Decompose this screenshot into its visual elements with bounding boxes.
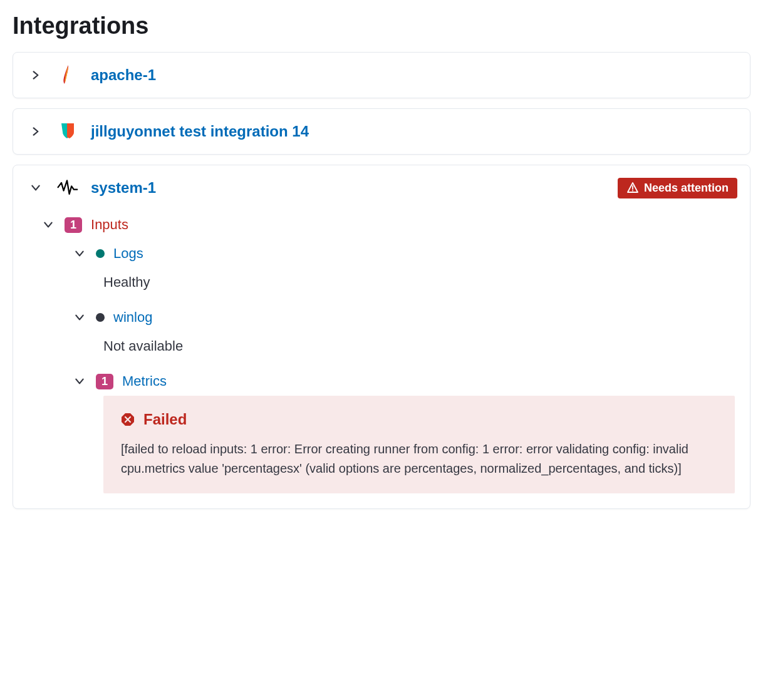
- integration-toggle[interactable]: system-1: [13, 165, 171, 210]
- input-name[interactable]: Logs: [113, 245, 143, 262]
- integration-name[interactable]: apache-1: [91, 66, 156, 84]
- chevron-right-icon[interactable]: [28, 68, 43, 83]
- integration-name[interactable]: jillguyonnet test integration 14: [91, 123, 309, 140]
- input-toggle-metrics[interactable]: 1 Metrics: [72, 367, 735, 396]
- error-title: Failed: [143, 411, 187, 428]
- needs-attention-badge: Needs attention: [618, 178, 737, 198]
- integration-card: apache-1: [13, 52, 750, 98]
- chevron-right-icon[interactable]: [28, 124, 43, 139]
- input-status-text: Healthy: [103, 268, 735, 303]
- input-name[interactable]: winlog: [113, 309, 152, 326]
- chevron-down-icon[interactable]: [72, 310, 87, 325]
- integration-header: system-1 Needs attention: [13, 165, 750, 210]
- integration-header[interactable]: apache-1: [13, 53, 750, 98]
- integration-card: jillguyonnet test integration 14: [13, 108, 750, 155]
- error-count-badge: 1: [65, 217, 82, 233]
- svg-point-1: [632, 190, 633, 192]
- status-dot-healthy-icon: [96, 249, 105, 258]
- error-panel: Failed [failed to reload inputs: 1 error…: [103, 396, 735, 493]
- integration-name[interactable]: system-1: [91, 179, 156, 197]
- integration-card: system-1 Needs attention 1 Inputs: [13, 165, 750, 509]
- status-dot-unavailable-icon: [96, 313, 105, 322]
- warning-icon: [626, 182, 639, 194]
- system-icon: [56, 177, 78, 199]
- chevron-down-icon[interactable]: [72, 246, 87, 261]
- page-title: Integrations: [13, 13, 750, 39]
- needs-attention-label: Needs attention: [644, 182, 729, 195]
- chevron-down-icon[interactable]: [28, 180, 43, 195]
- input-toggle-winlog[interactable]: winlog: [72, 303, 735, 332]
- chevron-down-icon[interactable]: [41, 217, 56, 232]
- chevron-down-icon[interactable]: [72, 374, 87, 389]
- apache-icon: [56, 64, 78, 86]
- input-toggle-logs[interactable]: Logs: [72, 239, 735, 268]
- input-status-text: Not available: [103, 332, 735, 367]
- error-message: [failed to reload inputs: 1 error: Error…: [121, 440, 717, 478]
- error-icon: [121, 413, 135, 426]
- inputs-label: Inputs: [91, 217, 128, 233]
- integration-header[interactable]: jillguyonnet test integration 14: [13, 109, 750, 154]
- inputs-toggle[interactable]: 1 Inputs: [41, 210, 735, 239]
- security-icon: [56, 120, 78, 143]
- input-name[interactable]: Metrics: [122, 373, 167, 389]
- error-count-badge: 1: [96, 374, 113, 389]
